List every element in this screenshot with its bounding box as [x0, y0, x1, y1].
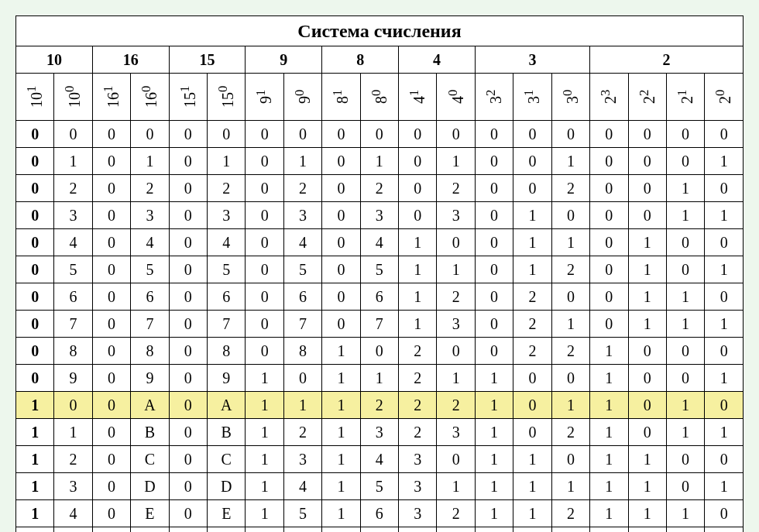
cell: A [208, 392, 246, 419]
cell: 1 [551, 392, 589, 419]
cell: 0 [322, 283, 360, 311]
cell: 1 [399, 229, 437, 256]
digit-header-row: 1011001611601511509190818041403231302322… [16, 74, 744, 121]
cell: 0 [92, 175, 130, 202]
cell: 3 [360, 419, 398, 446]
cell: F [131, 527, 169, 533]
cell: 1 [131, 148, 169, 175]
cell: 0 [551, 527, 589, 533]
digit-header: 20 [705, 74, 744, 121]
digit-header: 101 [16, 74, 54, 121]
cell: 1 [475, 500, 513, 527]
cell: 0 [551, 446, 589, 473]
cell: 0 [246, 121, 283, 148]
table-row: 0303030303030100011 [16, 202, 744, 229]
cell: 2 [360, 175, 398, 202]
cell: 2 [399, 392, 437, 419]
cell: 0 [208, 121, 246, 148]
cell: 2 [283, 175, 321, 202]
cell: 9 [208, 365, 246, 392]
table-row: 0808080810200221000 [16, 338, 744, 365]
cell: 4 [131, 229, 169, 256]
cell: 0 [92, 446, 130, 473]
cell: 1 [16, 527, 54, 533]
cell: 0 [628, 338, 666, 365]
cell: 1 [705, 473, 744, 500]
cell: 1 [666, 202, 704, 229]
digit-header: 22 [628, 74, 666, 121]
cell: 0 [590, 256, 628, 283]
cell: 0 [666, 365, 704, 392]
cell: 0 [628, 148, 666, 175]
cell: 0 [92, 121, 130, 148]
cell: 2 [399, 338, 437, 365]
cell: 0 [399, 175, 437, 202]
cell: 0 [360, 338, 398, 365]
cell: 2 [551, 338, 589, 365]
cell: 0 [437, 121, 475, 148]
cell: 1 [283, 392, 321, 419]
cell: 4 [360, 446, 398, 473]
cell: 0 [322, 202, 360, 229]
cell: 1 [16, 419, 54, 446]
cell: 1 [437, 148, 475, 175]
cell: 0 [246, 338, 283, 365]
cell: 0 [92, 148, 130, 175]
cell: 3 [283, 446, 321, 473]
cell: 1 [513, 500, 551, 527]
cell: 0 [246, 229, 283, 256]
digit-header: 150 [208, 74, 246, 121]
cell: 6 [131, 283, 169, 311]
cell: 1 [208, 148, 246, 175]
cell: 0 [513, 365, 551, 392]
cell: 0 [16, 283, 54, 311]
cell: 1 [475, 365, 513, 392]
cell: 0 [169, 392, 207, 419]
cell: 3 [208, 202, 246, 229]
cell: 0 [169, 121, 207, 148]
cell: 0 [513, 148, 551, 175]
cell: 3 [54, 202, 92, 229]
cell: 4 [283, 229, 321, 256]
cell: 0 [246, 283, 283, 311]
cell: 0 [705, 283, 744, 311]
cell: 2 [437, 500, 475, 527]
cell: 7 [54, 311, 92, 338]
table-row: 0202020202020020010 [16, 175, 744, 202]
cell: 1 [475, 527, 513, 533]
digit-header: 30 [551, 74, 589, 121]
cell: 0 [92, 392, 130, 419]
cell: 2 [513, 311, 551, 338]
digit-header: 23 [590, 74, 628, 121]
cell: 1 [628, 283, 666, 311]
cell: 1 [513, 256, 551, 283]
cell: 0 [437, 338, 475, 365]
cell: 0 [54, 392, 92, 419]
cell: 1 [628, 527, 666, 533]
cell: 0 [399, 148, 437, 175]
cell: 0 [475, 229, 513, 256]
cell: 3 [399, 446, 437, 473]
cell: 0 [628, 392, 666, 419]
cell: 8 [283, 338, 321, 365]
cell: 0 [92, 256, 130, 283]
cell: 3 [399, 473, 437, 500]
cell: 0 [551, 202, 589, 229]
cell: 5 [131, 256, 169, 283]
base-header: 3 [475, 46, 589, 74]
cell: 0 [169, 148, 207, 175]
base-header: 9 [246, 46, 322, 74]
cell: 1 [475, 473, 513, 500]
cell: 2 [54, 175, 92, 202]
cell: 0 [590, 148, 628, 175]
cell: 3 [54, 473, 92, 500]
cell: 1 [513, 202, 551, 229]
cell: 0 [246, 256, 283, 283]
cell: 1 [437, 256, 475, 283]
cell: 2 [208, 175, 246, 202]
cell: 1 [475, 419, 513, 446]
table-row: 0909091011211001001 [16, 365, 744, 392]
cell: 3 [360, 202, 398, 229]
cell: 0 [705, 500, 744, 527]
cell: 0 [92, 365, 130, 392]
